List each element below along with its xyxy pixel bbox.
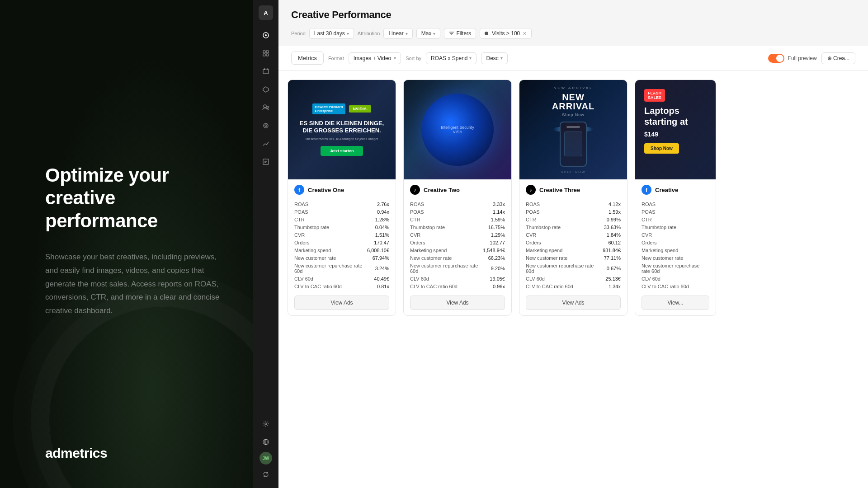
svg-point-1 (265, 34, 267, 36)
svg-line-14 (263, 144, 265, 145)
creative-three-metrics: ROAS4.12x POAS1.59x CTR0.99% Thumbstop r… (526, 200, 621, 290)
creative-two-metrics: ROAS3.33x POAS1.14x CTR1.59% Thumbstop r… (410, 200, 505, 290)
creative-card-four: FLASHSALES Laptopsstarting at $149 Shop … (635, 80, 716, 316)
brand-logos: Hewlett PackardEnterprise NVIDIA. (312, 103, 372, 114)
metric-row: CLV 60d (642, 275, 709, 282)
creative-four-image: FLASHSALES Laptopsstarting at $149 Shop … (635, 80, 716, 179)
svg-point-10 (264, 105, 266, 108)
sidebar-icon-refresh[interactable] (258, 466, 274, 483)
max-value: Max (421, 30, 432, 37)
format-chevron-icon: ▾ (394, 56, 396, 61)
attribution-label: Attribution (358, 31, 380, 36)
visits-filter[interactable]: Visits > 100 ✕ (480, 28, 532, 39)
new-arrival-heading: NEWARRIVAL (552, 93, 594, 111)
metric-row: CVR1.29% (410, 231, 505, 239)
metric-row: CLV 60d25.13€ (526, 275, 621, 282)
creative-four-platform-icon: f (642, 185, 651, 195)
view-ads-button-four[interactable]: View... (642, 296, 709, 310)
creative-one-body: f Creative One ROAS2.76x POAS0.94x CTR1.… (288, 179, 396, 315)
metric-row: POAS (642, 208, 709, 216)
filters-button[interactable]: Filters (444, 28, 476, 39)
sidebar-icon-home[interactable] (258, 27, 274, 43)
view-ads-button-three[interactable]: View Ads (526, 296, 621, 310)
format-value: Images + Video (354, 55, 392, 61)
ad-cta-de: Jetzt starten (321, 146, 363, 156)
metric-row: Marketing spend (642, 246, 709, 254)
sidebar-icon-settings[interactable] (258, 416, 274, 432)
period-filter[interactable]: Last 30 days ▾ (309, 28, 354, 39)
svg-rect-4 (263, 54, 265, 56)
desc-value: Desc (486, 55, 498, 61)
cr-button[interactable]: ⊕ Crea... (821, 52, 855, 64)
visits-value: Visits > 100 (492, 30, 520, 37)
max-chevron-icon: ▾ (433, 31, 435, 36)
visits-close-icon[interactable]: ✕ (523, 31, 527, 37)
sidebar-icon-campaigns[interactable] (258, 63, 274, 80)
creative-one-metrics: ROAS2.76x POAS0.94x CTR1.28% Thumbstop r… (294, 200, 389, 290)
new-arrival-eyebrow: NEW ARRIVAL (553, 86, 593, 90)
brand-logo: admetrics (45, 446, 226, 461)
sidebar-avatar: A (259, 5, 273, 20)
price-text: $149 (644, 131, 707, 138)
metric-row: POAS1.59x (526, 208, 621, 216)
metric-row: CTR1.59% (410, 216, 505, 223)
metric-row: CVR (642, 231, 709, 239)
metric-row: POAS1.14x (410, 208, 505, 216)
metric-row: CLV to CAC ratio 60d (642, 282, 709, 290)
creative-card-one: Hewlett PackardEnterprise NVIDIA. ES SIN… (288, 80, 396, 316)
sidebar-user-initials[interactable]: JW (259, 452, 272, 465)
main-content: Creative Performance Period Last 30 days… (278, 0, 868, 488)
shop-now-button: Shop Now (644, 143, 679, 154)
creative-four-name: Creative (655, 187, 678, 193)
view-ads-button-two[interactable]: View Ads (410, 296, 505, 310)
max-filter[interactable]: Max ▾ (416, 28, 441, 39)
sort-selector[interactable]: ROAS x Spend ▾ (426, 52, 476, 64)
svg-line-15 (265, 144, 267, 145)
creative-two-title-row: ♪ Creative Two (410, 185, 505, 195)
creative-four-metrics: ROAS POAS CTR Thumbstop rate CVR Orders … (642, 200, 709, 290)
format-selector[interactable]: Images + Video ▾ (349, 52, 401, 64)
sidebar-icon-attribution[interactable] (258, 136, 274, 152)
metric-row: New customer repurchase rate 60d3.24% (294, 262, 389, 275)
svg-rect-2 (263, 51, 265, 53)
metric-row: Marketing spend6,008.10€ (294, 246, 389, 254)
sidebar-icon-integrations[interactable] (258, 434, 274, 450)
metric-row: ROAS2.76x (294, 200, 389, 208)
metric-row: Orders (642, 239, 709, 246)
phone-ufo-container (560, 122, 587, 167)
creative-one-platform-icon: f (294, 185, 304, 195)
metric-row: CVR1.84% (526, 231, 621, 239)
view-ads-button-one[interactable]: View Ads (294, 296, 389, 310)
svg-rect-6 (263, 69, 269, 74)
metric-row: CTR0.99% (526, 216, 621, 223)
visits-dot-icon (485, 32, 488, 35)
attribution-filter[interactable]: Linear ▾ (383, 28, 412, 39)
sidebar-icon-reports[interactable] (258, 154, 274, 170)
full-preview-label: Full preview (788, 55, 817, 61)
sidebar-icon-creatives[interactable] (258, 81, 274, 98)
creative-four-title-row: f Creative (642, 185, 709, 195)
full-preview-toggle[interactable]: Full preview (768, 54, 817, 63)
metric-row: Marketing spend1,548.94€ (410, 246, 505, 254)
desc-selector[interactable]: Desc ▾ (481, 52, 507, 64)
left-panel: Optimize your creative performance Showc… (0, 0, 253, 488)
metric-row: CLV to CAC ratio 60d1.34x (526, 282, 621, 290)
nvidia-logo: NVIDIA. (349, 105, 371, 113)
metric-row: Thumbstop rate0.04% (294, 223, 389, 231)
svg-point-12 (264, 123, 268, 128)
sidebar-icon-analytics[interactable] (258, 45, 274, 61)
metrics-tab[interactable]: Metrics (291, 52, 324, 65)
metric-row: Thumbstop rate (642, 223, 709, 231)
metric-row: New customer rate66.23% (410, 254, 505, 262)
sidebar-icon-tracking[interactable] (258, 117, 274, 134)
metric-row: ROAS3.33x (410, 200, 505, 208)
sidebar-icon-audience[interactable] (258, 99, 274, 116)
phone-screen (564, 131, 582, 156)
main-headline: Optimize your creative performance (45, 164, 226, 232)
toggle-track[interactable] (768, 54, 784, 63)
metric-row: POAS0.94x (294, 208, 389, 216)
cards-area: Hewlett PackardEnterprise NVIDIA. ES SIN… (278, 70, 868, 488)
period-value: Last 30 days (314, 30, 345, 37)
toolbar: Metrics Format Images + Video ▾ Sort by … (278, 46, 868, 70)
filters-label: Filters (456, 30, 471, 37)
